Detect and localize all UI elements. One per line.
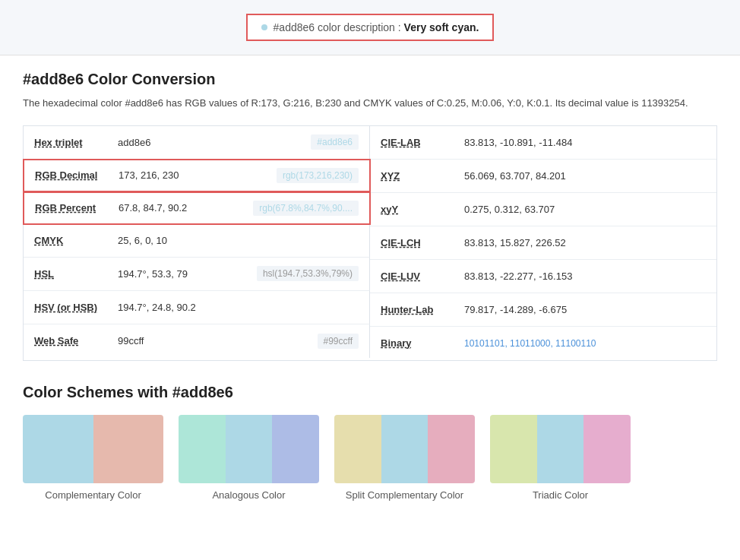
value-hsv: 194.7°, 24.8, 90.2 — [118, 302, 359, 313]
label-cielab: CIE-LAB — [381, 137, 464, 148]
swatch-part-1 — [179, 415, 226, 483]
scheme-split-complementary: Split Complementary Color — [334, 415, 475, 501]
row-rgb-decimal: RGB Decimal 173, 216, 230 rgb(173,216,23… — [23, 159, 371, 192]
row-hex-triplet: Hex triplet add8e6 #add8e6 — [24, 126, 370, 160]
label-xyy: xyY — [381, 204, 464, 215]
swatch-part-3 — [583, 415, 631, 483]
conversion-title: #add8e6 Color Conversion — [23, 71, 717, 88]
preview-rgb-percent: rgb(67.8%,84.7%,90.... — [253, 201, 359, 216]
preview-rgb-decimal: rgb(173,216,230) — [277, 168, 359, 183]
schemes-title: Color Schemes with #add8e6 — [23, 384, 717, 401]
row-cielab: CIE-LAB 83.813, -10.891, -11.484 — [370, 126, 716, 160]
swatch-part-2 — [93, 415, 164, 483]
value-hex-triplet: add8e6 — [118, 137, 311, 148]
value-cielch: 83.813, 15.827, 226.52 — [464, 237, 706, 248]
swatch-complementary[interactable] — [23, 415, 163, 483]
swatch-part-1 — [23, 415, 93, 483]
schemes-grid: Complementary Color Analogous Color Sp — [23, 415, 717, 501]
value-rgb-decimal: 173, 216, 230 — [119, 169, 277, 181]
label-analogous: Analogous Color — [212, 489, 285, 501]
right-table: CIE-LAB 83.813, -10.891, -11.484 XYZ 56.… — [370, 126, 716, 360]
value-xyy: 0.275, 0.312, 63.707 — [464, 204, 706, 215]
color-description-text: #add8e6 color description : Very soft cy… — [274, 21, 479, 33]
row-binary: Binary 10101101, 11011000, 11100110 — [370, 327, 716, 360]
row-cieluv: CIE-LUV 83.813, -22.277, -16.153 — [370, 260, 716, 293]
description-plain: #add8e6 color description : — [274, 21, 404, 33]
swatch-part-1 — [490, 415, 537, 483]
label-xyz: XYZ — [381, 170, 464, 182]
scheme-complementary: Complementary Color — [23, 415, 163, 501]
scheme-triadic: Triadic Color — [490, 415, 631, 501]
swatch-split-complementary[interactable] — [334, 415, 475, 483]
swatch-part-2 — [381, 415, 429, 483]
row-hsl: HSL 194.7°, 53.3, 79 hsl(194.7,53.3%,79%… — [24, 258, 370, 291]
label-hsl: HSL — [34, 268, 118, 280]
swatch-part-3 — [272, 415, 319, 483]
color-indicator-dot — [261, 24, 267, 30]
row-cielch: CIE-LCH 83.813, 15.827, 226.52 — [370, 226, 716, 260]
label-rgb-decimal: RGB Decimal — [35, 169, 119, 181]
swatch-part-1 — [334, 415, 381, 483]
value-hsl: 194.7°, 53.3, 79 — [118, 268, 257, 280]
swatch-part-2 — [537, 415, 584, 483]
value-cieluv: 83.813, -22.277, -16.153 — [464, 271, 706, 282]
label-hsv: HSV (or HSB) — [34, 302, 118, 313]
row-hunterlab: Hunter-Lab 79.817, -14.289, -6.675 — [370, 293, 716, 327]
description-bold: Very soft cyan. — [404, 21, 479, 33]
scheme-analogous: Analogous Color — [179, 415, 319, 501]
label-split-complementary: Split Complementary Color — [346, 489, 463, 501]
preview-hex-triplet: #add8e6 — [311, 134, 359, 150]
row-xyz: XYZ 56.069, 63.707, 84.201 — [370, 160, 716, 193]
value-hunterlab: 79.817, -14.289, -6.675 — [464, 304, 706, 315]
main-content: #add8e6 Color Conversion The hexadecimal… — [0, 55, 740, 516]
swatch-analogous[interactable] — [179, 415, 319, 483]
row-websafe: Web Safe 99ccff #99ccff — [24, 324, 370, 358]
swatch-part-2 — [226, 415, 273, 483]
label-cmyk: CMYK — [34, 235, 118, 246]
row-hsv: HSV (or HSB) 194.7°, 24.8, 90.2 — [24, 291, 370, 324]
row-cmyk: CMYK 25, 6, 0, 10 — [24, 224, 370, 258]
label-hunterlab: Hunter-Lab — [381, 304, 464, 315]
label-cielch: CIE-LCH — [381, 237, 464, 248]
conversion-tables: Hex triplet add8e6 #add8e6 RGB Decimal 1… — [23, 125, 717, 361]
top-banner: #add8e6 color description : Very soft cy… — [0, 0, 740, 55]
value-rgb-percent: 67.8, 84.7, 90.2 — [119, 202, 253, 214]
value-cmyk: 25, 6, 0, 10 — [118, 235, 359, 246]
label-websafe: Web Safe — [34, 335, 118, 346]
swatch-part-3 — [428, 415, 475, 483]
color-schemes-section: Color Schemes with #add8e6 Complementary… — [23, 384, 717, 501]
value-xyz: 56.069, 63.707, 84.201 — [464, 170, 706, 182]
intro-paragraph: The hexadecimal color #add8e6 has RGB va… — [23, 96, 717, 112]
color-description-box: #add8e6 color description : Very soft cy… — [246, 14, 495, 41]
label-triadic: Triadic Color — [533, 489, 588, 501]
value-websafe: 99ccff — [118, 335, 318, 346]
preview-websafe: #99ccff — [318, 334, 359, 349]
swatch-triadic[interactable] — [490, 415, 631, 483]
label-binary: Binary — [381, 337, 464, 349]
value-binary: 10101101, 11011000, 11100110 — [464, 338, 706, 349]
value-cielab: 83.813, -10.891, -11.484 — [464, 137, 706, 148]
label-hex-triplet: Hex triplet — [34, 137, 118, 148]
row-rgb-percent: RGB Percent 67.8, 84.7, 90.2 rgb(67.8%,8… — [23, 191, 371, 225]
label-rgb-percent: RGB Percent — [35, 202, 119, 214]
label-complementary: Complementary Color — [45, 489, 141, 501]
preview-hsl: hsl(194.7,53.3%,79%) — [257, 266, 359, 281]
left-table: Hex triplet add8e6 #add8e6 RGB Decimal 1… — [24, 126, 370, 360]
label-cieluv: CIE-LUV — [381, 271, 464, 282]
row-xyy: xyY 0.275, 0.312, 63.707 — [370, 193, 716, 226]
